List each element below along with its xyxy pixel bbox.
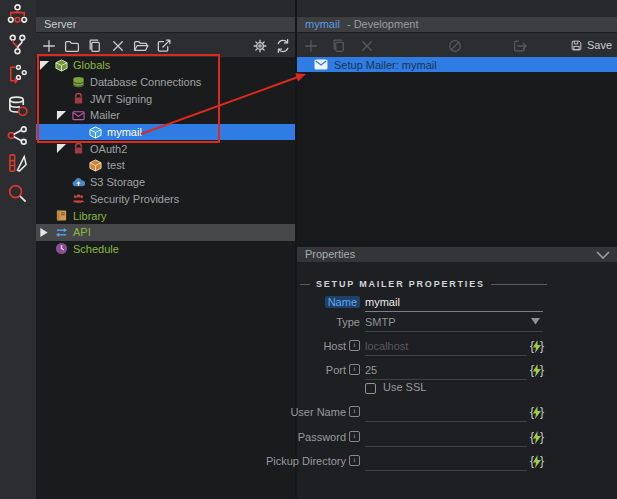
cube-icon: [55, 59, 68, 72]
pickup-directory-input[interactable]: [365, 455, 527, 467]
export-button[interactable]: [156, 38, 172, 53]
save-icon: [570, 39, 583, 52]
top-strip: [297, 0, 617, 17]
envelope-icon: [314, 59, 328, 70]
host-label: Host i: [297, 336, 360, 355]
envelope-icon: [72, 109, 85, 122]
expander-expanded-icon[interactable]: [39, 60, 55, 71]
forward-icon[interactable]: [512, 38, 528, 53]
pickup-directory-field[interactable]: [365, 451, 527, 471]
workflow-icon[interactable]: [6, 63, 29, 86]
top-strip: [36, 0, 295, 17]
database-icon: [72, 76, 85, 89]
info-icon[interactable]: i: [349, 364, 360, 375]
info-icon[interactable]: i: [349, 406, 360, 417]
name-field[interactable]: [365, 292, 543, 312]
palette-icon[interactable]: [6, 152, 29, 175]
environment-label: - Development: [347, 18, 419, 30]
expression-bolt-icon[interactable]: {}: [530, 404, 550, 420]
expander-expanded-icon[interactable]: [56, 143, 72, 154]
name-label: Name: [297, 292, 360, 311]
tree-item-test[interactable]: test: [36, 157, 295, 174]
org-chart-icon[interactable]: [6, 3, 29, 26]
users-icon: [72, 192, 85, 205]
tree-item-mymail[interactable]: mymail: [36, 124, 295, 141]
duplicate-button[interactable]: [87, 38, 103, 53]
duplicate-button[interactable]: [331, 38, 347, 53]
properties-form: SETUP MAILER PROPERTIES Name Type SMTP: [297, 262, 617, 499]
port-field[interactable]: [365, 360, 527, 380]
expression-bolt-icon[interactable]: {}: [530, 429, 550, 445]
server-toolbar: [36, 32, 295, 57]
editor-panel-title: mymail - Development: [297, 17, 617, 32]
tree-item-schedule[interactable]: Schedule: [36, 241, 295, 258]
tree-item-oauth2[interactable]: OAuth2: [36, 140, 295, 157]
setup-mailer-item[interactable]: Setup Mailer: mymail: [297, 57, 617, 72]
user-name-label: User Name i: [297, 402, 360, 421]
cloud-upload-icon: [72, 176, 85, 189]
port-label: Port i: [297, 360, 360, 379]
name-input[interactable]: [365, 296, 543, 308]
expander-collapsed-icon[interactable]: [39, 227, 55, 238]
server-panel-title: Server: [36, 17, 295, 32]
expression-bolt-icon[interactable]: {}: [530, 362, 550, 378]
search-icon[interactable]: [6, 182, 29, 205]
tree-item-jwt-signing[interactable]: JWT Signing: [36, 90, 295, 107]
settings-gear-icon[interactable]: [252, 38, 268, 53]
tree-item-s3-storage[interactable]: S3 Storage: [36, 174, 295, 191]
host-input[interactable]: [365, 340, 527, 352]
tree-item-mailer[interactable]: Mailer: [36, 107, 295, 124]
port-input[interactable]: [365, 364, 527, 376]
server-tree: Globals Database Connections JWT Signing: [36, 57, 295, 499]
branch-icon[interactable]: [6, 33, 29, 56]
app-window: Server: [0, 0, 617, 499]
use-ssl-checkbox[interactable]: [365, 383, 376, 394]
cube-icon: [89, 159, 102, 172]
api-arrows-icon: [55, 226, 68, 239]
save-button[interactable]: Save: [570, 39, 612, 52]
add-button[interactable]: [303, 38, 319, 53]
document-name: mymail: [305, 18, 340, 30]
chevron-down-icon[interactable]: [596, 251, 610, 259]
refresh-icon[interactable]: [275, 38, 291, 53]
use-ssl-label: Use SSL: [383, 381, 426, 393]
expander-expanded-icon[interactable]: [56, 110, 72, 121]
info-icon[interactable]: i: [349, 340, 360, 351]
info-icon[interactable]: i: [349, 455, 360, 466]
open-button[interactable]: [133, 38, 149, 53]
activity-bar: [0, 0, 36, 499]
delete-button[interactable]: [359, 38, 375, 53]
editor-toolbar: Save: [297, 32, 617, 57]
editor-panel: mymail - Development Save: [297, 0, 617, 499]
tree-item-library[interactable]: Library: [36, 207, 295, 224]
lock-icon: [72, 92, 85, 105]
database-icon[interactable]: [6, 94, 29, 120]
type-label: Type: [297, 312, 360, 331]
dropdown-arrow-icon[interactable]: [531, 318, 540, 325]
info-icon[interactable]: i: [349, 431, 360, 442]
tree-item-database-connections[interactable]: Database Connections: [36, 74, 295, 91]
share-nodes-icon[interactable]: [6, 124, 29, 147]
host-field[interactable]: [365, 336, 527, 356]
tree-item-globals[interactable]: Globals: [36, 57, 295, 74]
tree-item-api[interactable]: API: [36, 224, 295, 241]
tree-item-security-providers[interactable]: Security Providers: [36, 191, 295, 208]
server-panel: Server: [36, 0, 295, 499]
password-label: Password i: [297, 427, 360, 446]
cube-icon: [89, 126, 102, 139]
add-button[interactable]: [41, 38, 57, 53]
properties-header[interactable]: Properties: [297, 247, 617, 262]
document-list: Setup Mailer: mymail: [297, 57, 617, 247]
expression-bolt-icon[interactable]: {}: [530, 453, 550, 469]
user-name-input[interactable]: [365, 406, 527, 418]
password-field[interactable]: [365, 427, 527, 447]
form-legend: SETUP MAILER PROPERTIES: [300, 279, 547, 289]
password-input[interactable]: [365, 431, 527, 443]
expression-bolt-icon[interactable]: {}: [530, 338, 550, 354]
disable-icon[interactable]: [447, 38, 463, 53]
new-folder-button[interactable]: [64, 38, 80, 53]
delete-button[interactable]: [110, 38, 126, 53]
type-select[interactable]: SMTP: [365, 312, 543, 332]
user-name-field[interactable]: [365, 402, 527, 422]
clock-icon: [55, 242, 68, 255]
